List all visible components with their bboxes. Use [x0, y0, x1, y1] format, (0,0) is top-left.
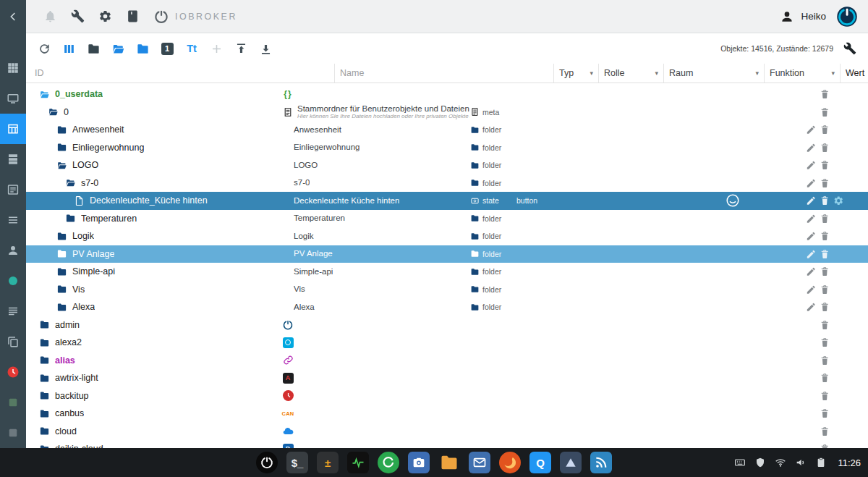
- tree-row-canbus[interactable]: canbusCAN: [26, 405, 868, 423]
- tree-row-pv-anlage[interactable]: PV AnlagePV Anlagefolder: [26, 245, 868, 263]
- tree-row-0[interactable]: 0Stammordner für Benutzerobjekte und Dat…: [26, 104, 868, 122]
- tree-row-daikin-cloud[interactable]: daikin-cloudD: [26, 440, 868, 448]
- app-system-monitor[interactable]: [347, 452, 369, 473]
- tree-row-alexa2[interactable]: alexa2: [26, 334, 868, 352]
- tree-row-admin[interactable]: admin: [26, 316, 868, 334]
- app-q[interactable]: Q: [529, 452, 551, 473]
- import-button[interactable]: [255, 38, 276, 59]
- edit-object-button[interactable]: [804, 248, 818, 260]
- name-filter-input[interactable]: Name: [334, 64, 553, 83]
- export-button[interactable]: [230, 38, 252, 59]
- delete-object-button[interactable]: [818, 354, 832, 366]
- tree-row-0-userdata[interactable]: 0_userdata{}: [26, 85, 868, 104]
- edit-object-button[interactable]: [804, 301, 818, 313]
- tree-row-temperaturen[interactable]: TemperaturenTemperaturenfolder: [26, 210, 868, 228]
- notifications-icon[interactable]: [38, 4, 62, 29]
- app-mail[interactable]: [469, 452, 490, 473]
- edit-object-button[interactable]: [804, 212, 818, 224]
- delete-object-button[interactable]: [818, 88, 832, 101]
- edit-object-button[interactable]: [804, 141, 818, 153]
- delete-object-button[interactable]: [818, 266, 832, 278]
- function-filter-select[interactable]: Funktion▾: [764, 64, 840, 83]
- delete-object-button[interactable]: [818, 195, 832, 207]
- app-screenshot[interactable]: [408, 452, 430, 473]
- type-filter-select[interactable]: Typ▾: [553, 64, 598, 83]
- tree-row-deckenleuchte-k-che-hinten[interactable]: Deckenleuchte_Küche hintenDeckenleuchte …: [26, 192, 868, 210]
- delete-object-button[interactable]: [818, 124, 832, 136]
- tree-row-anwesenheit[interactable]: AnwesenheitAnwesenheitfolder: [26, 121, 868, 139]
- tree-row-alexa[interactable]: AlexaAlexafolder: [26, 298, 868, 316]
- tab-adapters[interactable]: [0, 144, 26, 174]
- delete-object-button[interactable]: [818, 372, 832, 384]
- tab-instances[interactable]: [0, 174, 26, 205]
- press-button-icon[interactable]: [725, 193, 741, 208]
- edit-object-button[interactable]: [804, 159, 818, 172]
- delete-object-button[interactable]: [818, 177, 832, 189]
- app-calculator[interactable]: ±: [317, 452, 339, 473]
- tree-row-s7-0[interactable]: s7-0s7-0folder: [26, 174, 868, 193]
- delete-object-button[interactable]: [818, 318, 832, 331]
- settings-object-button[interactable]: [832, 195, 846, 207]
- tab-scenes[interactable]: [0, 266, 26, 296]
- delete-object-button[interactable]: [818, 408, 832, 420]
- column-settings-button[interactable]: [58, 38, 80, 59]
- delete-object-button[interactable]: [818, 389, 832, 402]
- app-firefox[interactable]: [499, 452, 521, 473]
- delete-object-button[interactable]: [818, 230, 832, 242]
- tab-adapter-gray[interactable]: [0, 418, 26, 448]
- tab-logs[interactable]: [0, 296, 26, 326]
- delete-object-button[interactable]: [818, 248, 832, 260]
- delete-object-button[interactable]: [818, 159, 832, 172]
- input-method-icon[interactable]: [733, 457, 746, 469]
- tab-objects[interactable]: [0, 114, 26, 144]
- delete-object-button[interactable]: [818, 443, 832, 448]
- edit-object-button[interactable]: [804, 283, 818, 295]
- delete-object-button[interactable]: [818, 337, 832, 349]
- tree-row-vis[interactable]: VisVisfolder: [26, 281, 868, 299]
- add-object-button[interactable]: [205, 38, 227, 59]
- id-filter-input[interactable]: ID: [26, 64, 334, 83]
- expand-all-button[interactable]: [107, 38, 129, 59]
- guide-icon[interactable]: [120, 4, 145, 29]
- tab-adapter-green[interactable]: [0, 387, 26, 418]
- tree-row-awtrix-light[interactable]: awtrix-lightA: [26, 369, 868, 387]
- delete-object-button[interactable]: [818, 106, 832, 118]
- user-menu[interactable]: Heiko: [780, 9, 826, 24]
- edit-object-button[interactable]: [804, 266, 818, 278]
- edit-object-button[interactable]: [804, 195, 818, 207]
- tab-users[interactable]: [0, 235, 26, 266]
- tree-row-backitup[interactable]: backitup: [26, 387, 868, 405]
- tree-row-einliegerwohnung[interactable]: EinliegerwohnungEinliegerwohnungfolder: [26, 139, 868, 157]
- collapse-all-button[interactable]: [82, 38, 104, 59]
- app-torrent[interactable]: [560, 452, 582, 473]
- system-settings-icon[interactable]: [93, 4, 117, 29]
- tab-overview[interactable]: [0, 53, 26, 83]
- expand-visible-button[interactable]: [132, 38, 153, 59]
- delete-object-button[interactable]: [818, 425, 832, 437]
- tree-row-alias[interactable]: alias: [26, 352, 868, 370]
- tab-enums[interactable]: [0, 205, 26, 235]
- tab-info[interactable]: [0, 83, 26, 114]
- app-feeds[interactable]: [590, 452, 612, 473]
- volume-icon[interactable]: [794, 457, 807, 469]
- room-filter-select[interactable]: Raum▾: [663, 64, 764, 83]
- object-settings-wrench-button[interactable]: [841, 39, 859, 58]
- discovery-wrench-icon[interactable]: [65, 4, 90, 29]
- tree-row-simple-api[interactable]: Simple-apiSimple-apifolder: [26, 263, 868, 281]
- security-icon[interactable]: [754, 457, 766, 469]
- tree-row-cloud[interactable]: cloud: [26, 423, 868, 441]
- delete-object-button[interactable]: [818, 141, 832, 153]
- delete-object-button[interactable]: [818, 301, 832, 313]
- refresh-button[interactable]: [33, 38, 55, 59]
- role-filter-select[interactable]: Rolle▾: [598, 64, 663, 83]
- sidebar-collapse-button[interactable]: [0, 0, 26, 33]
- delete-object-button[interactable]: [818, 283, 832, 295]
- depth-one-button[interactable]: 1: [156, 38, 178, 59]
- show-text-button[interactable]: Tt: [181, 38, 203, 59]
- app-iobroker[interactable]: [256, 452, 278, 473]
- delete-object-button[interactable]: [818, 212, 832, 224]
- edit-object-button[interactable]: [804, 177, 818, 189]
- app-terminal[interactable]: $_: [286, 452, 308, 473]
- tab-backitup[interactable]: [0, 357, 26, 387]
- edit-object-button[interactable]: [804, 230, 818, 242]
